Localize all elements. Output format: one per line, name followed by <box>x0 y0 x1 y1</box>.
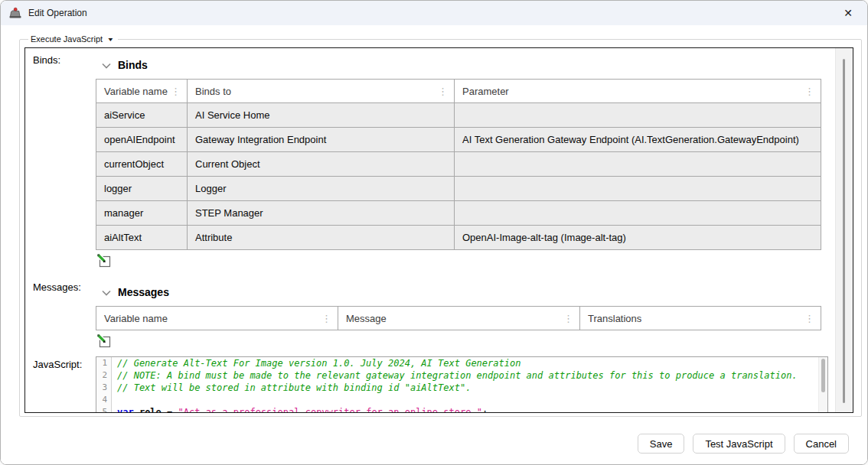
cancel-button[interactable]: Cancel <box>794 434 849 454</box>
test-javascript-button[interactable]: Test JavaScript <box>693 434 785 454</box>
column-menu-icon[interactable]: ⋮ <box>803 86 816 97</box>
javascript-content: 1// Generate Alt-Text For Image version … <box>96 354 853 413</box>
column-menu-icon[interactable]: ⋮ <box>562 313 575 324</box>
javascript-row: JavaScript: 1// Generate Alt-Text For Im… <box>25 354 853 413</box>
messages-header-wrap: Translations⋮ <box>588 313 816 324</box>
editor-vertical-scrollbar[interactable] <box>818 357 827 413</box>
column-menu-icon[interactable]: ⋮ <box>169 86 182 97</box>
column-menu-icon[interactable]: ⋮ <box>803 313 816 324</box>
binds-header-wrap: Variable name⋮ <box>104 86 182 97</box>
binds-cell[interactable]: logger <box>96 177 188 201</box>
code-token: // Text will be stored in attribute with… <box>117 382 471 393</box>
operation-type-label: Execute JavaScript <box>31 34 103 44</box>
code-line: 4 <box>96 394 827 406</box>
operation-group: Execute JavaScript ▼ Binds: Binds Vari <box>19 34 862 417</box>
messages-column-header[interactable]: Message⋮ <box>338 307 580 330</box>
binds-cell[interactable] <box>455 177 821 201</box>
messages-section-toggle[interactable]: Messages <box>102 285 828 299</box>
code-token <box>134 407 139 413</box>
footer-buttons: Save Test JavaScript Cancel <box>638 434 849 454</box>
line-number: 5 <box>96 406 112 413</box>
binds-column-label: Parameter <box>462 86 803 97</box>
code-text: // NOTE: A bind must be made to the rele… <box>112 369 798 382</box>
binds-table-row: currentObjectCurrent Object <box>96 152 821 177</box>
binds-cell[interactable]: aiAltText <box>96 226 188 250</box>
code-line: 3// Text will be stored in attribute wit… <box>96 382 827 394</box>
line-number: 1 <box>96 357 112 369</box>
binds-column-label: Binds to <box>195 86 436 97</box>
binds-cell[interactable] <box>455 201 821 226</box>
binds-cell[interactable]: manager <box>96 201 188 226</box>
binds-cell[interactable]: currentObject <box>96 152 188 177</box>
binds-row-label: Binds: <box>25 48 96 268</box>
binds-column-header[interactable]: Parameter⋮ <box>455 80 821 103</box>
binds-cell[interactable]: aiService <box>96 103 188 128</box>
save-button[interactable]: Save <box>638 434 685 454</box>
code-token: ; <box>482 407 488 413</box>
messages-row-label: Messages: <box>25 275 96 349</box>
column-menu-icon[interactable]: ⋮ <box>436 86 449 97</box>
messages-column-label: Translations <box>588 313 803 324</box>
binds-section-toggle[interactable]: Binds <box>102 58 828 72</box>
panel-vertical-scrollbar[interactable] <box>835 48 853 412</box>
code-text <box>112 394 117 406</box>
dropdown-arrow-icon: ▼ <box>107 37 115 42</box>
chevron-down-icon <box>102 285 111 299</box>
binds-cell[interactable]: AI Text Generation Gateway Endpoint (AI.… <box>455 128 821 152</box>
messages-header-wrap: Variable name⋮ <box>104 313 333 324</box>
messages-header-wrap: Message⋮ <box>346 313 575 324</box>
operation-type-dropdown[interactable]: Execute JavaScript ▼ <box>28 34 118 44</box>
binds-cell[interactable]: Attribute <box>188 226 455 250</box>
messages-content: Messages Variable name⋮Message⋮Translati… <box>96 275 853 349</box>
line-number: 4 <box>96 394 112 406</box>
edit-rows-icon[interactable] <box>96 333 112 349</box>
workbench-app-icon <box>8 7 22 19</box>
binds-column-header[interactable]: Variable name⋮ <box>96 80 188 103</box>
binds-cell[interactable]: openAIEndpoint <box>96 128 188 152</box>
code-text: var role = "Act as a professional copywr… <box>112 406 488 413</box>
code-token: // Generate Alt-Text For Image version 1… <box>117 358 520 369</box>
messages-column-header[interactable]: Translations⋮ <box>580 307 821 330</box>
binds-cell[interactable]: Current Object <box>188 152 455 177</box>
binds-row: Binds: Binds Variable name⋮Binds to⋮Para… <box>25 48 853 268</box>
messages-column-label: Message <box>346 313 562 324</box>
code-token: "Act as a professional copywriter for an… <box>178 407 482 413</box>
scrollbar-thumb[interactable] <box>821 359 825 392</box>
binds-header-wrap: Binds to⋮ <box>195 86 449 97</box>
chevron-down-icon <box>102 58 111 72</box>
javascript-code-editor[interactable]: 1// Generate Alt-Text For Image version … <box>96 356 828 413</box>
messages-table: Variable name⋮Message⋮Translations⋮ <box>96 306 821 330</box>
binds-header-row: Variable name⋮Binds to⋮Parameter⋮ <box>96 80 821 103</box>
messages-header-row: Variable name⋮Message⋮Translations⋮ <box>96 307 821 330</box>
code-token: = <box>162 407 178 413</box>
column-menu-icon[interactable]: ⋮ <box>320 313 333 324</box>
scrollbar-thumb[interactable] <box>843 59 845 403</box>
binds-table-row: loggerLogger <box>96 177 821 201</box>
code-token: // NOTE: A bind must be made to the rele… <box>117 370 798 381</box>
binds-table: Variable name⋮Binds to⋮Parameter⋮aiServi… <box>96 79 821 250</box>
binds-cell[interactable]: AI Service Home <box>188 103 455 128</box>
binds-cell[interactable] <box>455 103 821 128</box>
binds-cell[interactable]: Gateway Integration Endpoint <box>188 128 455 152</box>
binds-column-header[interactable]: Binds to⋮ <box>188 80 455 103</box>
messages-column-label: Variable name <box>104 313 320 324</box>
binds-cell[interactable] <box>455 152 821 177</box>
line-number: 3 <box>96 382 112 394</box>
binds-header-wrap: Parameter⋮ <box>462 86 816 97</box>
binds-cell[interactable]: STEP Manager <box>188 201 455 226</box>
code-line: 2// NOTE: A bind must be made to the rel… <box>96 369 827 382</box>
messages-section-title: Messages <box>118 286 169 298</box>
binds-table-row: openAIEndpointGateway Integration Endpoi… <box>96 128 821 152</box>
operation-panel: Binds: Binds Variable name⋮Binds to⋮Para… <box>24 47 853 413</box>
edit-rows-icon[interactable] <box>96 253 112 268</box>
line-number: 2 <box>96 369 112 382</box>
messages-column-header[interactable]: Variable name⋮ <box>96 307 338 330</box>
binds-cell[interactable]: OpenAI-Image-alt-tag (Image-alt-tag) <box>455 226 821 250</box>
binds-table-row: aiAltTextAttributeOpenAI-Image-alt-tag (… <box>96 226 821 250</box>
binds-cell[interactable]: Logger <box>188 177 455 201</box>
code-lines: 1// Generate Alt-Text For Image version … <box>96 357 827 413</box>
code-text: // Generate Alt-Text For Image version 1… <box>112 357 520 369</box>
edit-operation-dialog: Edit Operation ✕ Execute JavaScript ▼ Bi… <box>0 0 868 465</box>
messages-row: Messages: Messages Variable name⋮Message… <box>25 275 853 349</box>
close-icon[interactable]: ✕ <box>835 2 861 24</box>
